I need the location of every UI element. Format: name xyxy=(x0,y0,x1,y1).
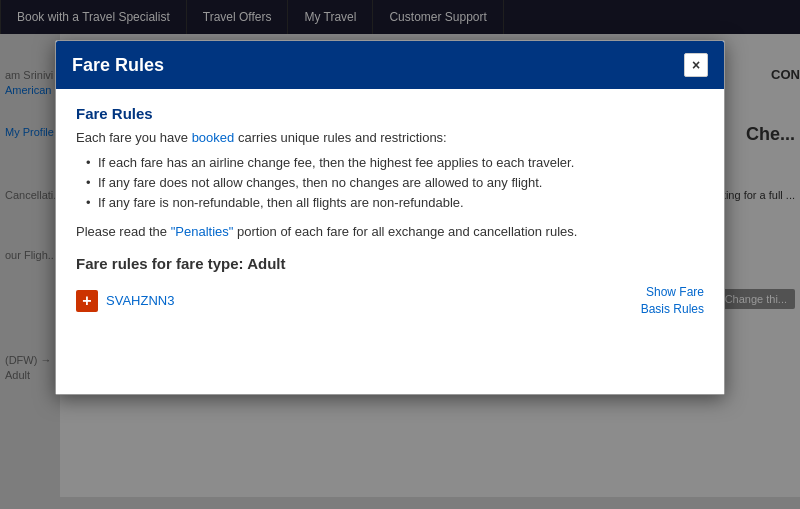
fare-left-section: + SVAHZNN3 xyxy=(76,290,174,312)
section-title: Fare Rules xyxy=(76,105,704,122)
fare-rules-modal: Fare Rules × Fare Rules Each fare you ha… xyxy=(55,40,725,395)
bullet-item-3: If any fare is non-refundable, then all … xyxy=(86,195,704,210)
rules-bullet-list: If each fare has an airline change fee, … xyxy=(86,155,704,210)
modal-body: Fare Rules Each fare you have booked car… xyxy=(56,89,724,394)
fare-code-link[interactable]: SVAHZNN3 xyxy=(106,293,174,308)
fare-type-title: Fare rules for fare type: Adult xyxy=(76,255,704,272)
modal-note: Please read the "Penalties" portion of e… xyxy=(76,224,704,239)
bullet-item-2: If any fare does not allow changes, then… xyxy=(86,175,704,190)
modal-header: Fare Rules × xyxy=(56,41,724,89)
modal-intro-text: Each fare you have booked carries unique… xyxy=(76,130,704,145)
show-fare-basis-rules-button[interactable]: Show Fare Basis Rules xyxy=(641,284,704,318)
modal-title: Fare Rules xyxy=(72,55,164,76)
modal-close-button[interactable]: × xyxy=(684,53,708,77)
fare-row: + SVAHZNN3 Show Fare Basis Rules xyxy=(76,284,704,318)
bullet-item-1: If each fare has an airline change fee, … xyxy=(86,155,704,170)
modal-footer-space xyxy=(76,318,704,378)
expand-fare-button[interactable]: + xyxy=(76,290,98,312)
